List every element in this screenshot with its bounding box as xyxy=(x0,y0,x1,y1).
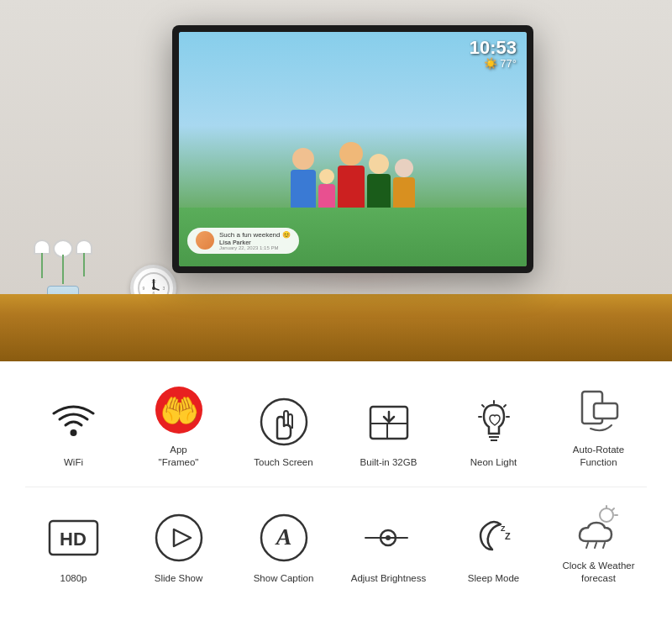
svg-point-35 xyxy=(600,508,613,522)
svg-line-39 xyxy=(586,543,588,548)
feature-hd: HD 1080p xyxy=(25,494,122,589)
svg-line-41 xyxy=(603,543,605,548)
svg-point-26 xyxy=(156,515,202,560)
frame-time: 10:53 xyxy=(470,39,517,57)
feature-touch-label: Touch Screen xyxy=(254,456,312,469)
feature-weather-label: Clock & Weatherforecast xyxy=(562,560,634,585)
svg-line-18 xyxy=(504,405,506,407)
svg-point-7 xyxy=(152,287,155,290)
feature-sleep: Z Z Sleep Mode xyxy=(445,494,542,589)
frame-clock-display: 10:53 ☀️ 77° xyxy=(470,39,517,70)
feature-touch-screen: Touch Screen xyxy=(235,378,332,473)
svg-line-19 xyxy=(482,405,484,407)
feature-weather: Clock & Weatherforecast xyxy=(550,494,647,589)
svg-text:🤲: 🤲 xyxy=(159,392,199,430)
row-divider xyxy=(25,487,647,487)
feature-neon-light: Neon Light xyxy=(445,378,542,473)
digital-photo-frame: 10:53 ☀️ 77° Such a fun weekend 😊 Lisa P… xyxy=(172,25,533,273)
svg-point-32 xyxy=(386,535,391,540)
wifi-icon xyxy=(46,395,101,450)
svg-line-40 xyxy=(595,543,596,548)
caption-avatar xyxy=(196,231,214,250)
svg-rect-23 xyxy=(594,403,617,418)
shelf xyxy=(0,294,672,361)
svg-text:HD: HD xyxy=(60,529,87,550)
svg-text:A: A xyxy=(274,524,291,550)
feature-hd-label: 1080p xyxy=(60,572,87,585)
features-section: WiFi 🤲 App"Frameo" xyxy=(0,361,672,642)
feature-rotate-label: Auto-RotateFunction xyxy=(573,444,624,469)
auto-rotate-icon xyxy=(571,382,626,437)
svg-text:3: 3 xyxy=(162,286,165,291)
features-row-2: HD 1080p Slide Show A Show xyxy=(25,494,647,589)
caption-date: January 22, 2023 1:15 PM xyxy=(219,245,291,250)
feature-frameo-label: App"Frameo" xyxy=(159,444,199,469)
caption-message: Such a fun weekend 😊 xyxy=(219,231,291,239)
slideshow-icon xyxy=(151,511,206,566)
svg-point-8 xyxy=(71,429,77,436)
neon-light-icon xyxy=(466,395,521,450)
frameo-app-icon: 🤲 xyxy=(151,382,206,437)
feature-wifi-label: WiFi xyxy=(64,456,83,469)
feature-caption: A Show Caption xyxy=(235,494,332,589)
brightness-icon xyxy=(361,511,416,566)
photo-caption: Such a fun weekend 😊 Lisa Parker January… xyxy=(187,228,299,254)
sleep-icon: Z Z xyxy=(466,511,521,566)
caption-icon: A xyxy=(256,511,311,566)
weather-icon xyxy=(571,498,626,553)
weather-icon: ☀️ xyxy=(484,57,501,70)
feature-sleep-label: Sleep Mode xyxy=(468,572,519,585)
feature-slideshow: Slide Show xyxy=(130,494,227,589)
svg-text:9: 9 xyxy=(142,286,144,291)
feature-frameo: 🤲 App"Frameo" xyxy=(130,378,227,473)
feature-storage: Built-in 32GB xyxy=(340,378,437,473)
product-image-area: 12 6 9 3 xyxy=(0,0,672,361)
feature-slideshow-label: Slide Show xyxy=(155,572,203,585)
frame-temperature: 77° xyxy=(500,57,517,70)
feature-brightness: Adjust Brightness xyxy=(340,494,437,589)
caption-author: Lisa Parker xyxy=(219,239,291,245)
feature-wifi: WiFi xyxy=(25,378,122,473)
feature-storage-label: Built-in 32GB xyxy=(360,456,417,469)
features-row-1: WiFi 🤲 App"Frameo" xyxy=(25,378,647,473)
hd-icon: HD xyxy=(46,511,101,566)
svg-line-37 xyxy=(612,508,614,510)
svg-text:Z: Z xyxy=(505,531,511,541)
feature-brightness-label: Adjust Brightness xyxy=(351,572,427,585)
feature-caption-label: Show Caption xyxy=(254,572,314,585)
feature-auto-rotate: Auto-RotateFunction xyxy=(550,378,647,473)
storage-icon xyxy=(361,395,416,450)
svg-marker-27 xyxy=(174,529,191,546)
feature-neon-label: Neon Light xyxy=(470,456,517,469)
touch-screen-icon xyxy=(256,395,311,450)
